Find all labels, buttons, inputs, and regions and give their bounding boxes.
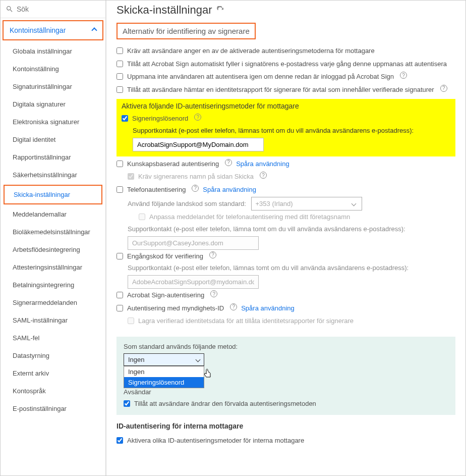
checkbox <box>128 173 134 180</box>
opt-sublabel: Anpassa meddelandet för telefonautentise… <box>149 212 350 222</box>
nav-item[interactable]: Signerarmeddelanden <box>1 294 105 311</box>
opt-label: Tillåt att avsändare hämtar en identitet… <box>127 85 434 95</box>
opt-skip-reauth: Uppmana inte användaren att autentisera … <box>116 70 455 83</box>
nav-item[interactable]: SAML-inställningar <box>1 311 105 329</box>
nav-item[interactable]: Globala inställningar <box>1 42 105 60</box>
nav-item[interactable]: Elektroniska signaturer <box>1 113 105 131</box>
info-icon[interactable]: ? <box>260 172 267 179</box>
nav-section-label: Kontoinställningar <box>10 26 66 34</box>
opt-asauth: Acrobat Sign-autentisering ? <box>116 289 455 302</box>
pwd-support-block: Supportkontakt (e-post eller telefon, lä… <box>122 127 450 151</box>
opt-identity-report: Tillåt att avsändare hämtar en identitet… <box>116 83 455 96</box>
info-icon[interactable]: ? <box>192 185 199 192</box>
country-label: Använd följande landskod som standard: <box>128 200 246 207</box>
opt-label: Tillåt att Acrobat Sign automatiskt fyll… <box>127 59 447 69</box>
opt-otp: Engångskod för verifiering ? <box>116 250 455 263</box>
nav-item[interactable]: Säkerhetsinställningar <box>1 166 105 184</box>
opt-label: Telefonautentisering <box>127 185 186 195</box>
search-box[interactable] <box>1 1 105 18</box>
page-title-text: Skicka-inställningar <box>116 4 212 17</box>
dropdown-option[interactable]: Ingen <box>124 366 204 377</box>
checkbox <box>128 318 134 324</box>
opt-autofill: Tillåt att Acrobat Sign automatiskt fyll… <box>116 58 455 71</box>
opt-label: Uppmana inte användaren att autentisera … <box>127 72 394 82</box>
opt-label: Acrobat Sign-autentisering <box>127 290 204 300</box>
chevron-down-icon <box>351 201 356 206</box>
nav-item[interactable]: Betalningsintegrering <box>1 276 105 294</box>
nav-item[interactable]: Meddelandemallar <box>1 205 105 223</box>
opt-phone-customize: Anpassa meddelandet för telefonautentise… <box>116 210 455 224</box>
opt-sublabel: Kräv signerarens namn på sidan Skicka <box>138 172 254 182</box>
nav-item[interactable]: Signaturinställningar <box>1 78 105 95</box>
dropdown-option[interactable]: Signeringslösenord <box>124 377 204 388</box>
opt-label: Signeringslösenord <box>132 114 188 124</box>
support-contact-label: Supportkontakt (e-post eller telefon, lä… <box>133 127 450 134</box>
phone-support-block: Supportkontakt (e-post eller telefon, lä… <box>116 225 455 250</box>
support-contact-input[interactable] <box>133 138 264 151</box>
refresh-icon[interactable] <box>216 6 224 14</box>
info-icon[interactable]: ? <box>440 85 447 92</box>
opt-internal-enable: Aktivera olika ID-autentiseringsmetoder … <box>116 434 455 447</box>
opt-gov-id: Autentisering med myndighets-ID ? Spåra … <box>116 302 455 315</box>
nav-item[interactable]: Kontoinställning <box>1 60 105 78</box>
checkbox[interactable] <box>122 115 128 122</box>
nav-item[interactable]: Rapportinställningar <box>1 148 105 166</box>
checkbox[interactable] <box>116 186 123 193</box>
main-content: Skicka-inställningar Alternativ för iden… <box>106 1 465 475</box>
info-icon[interactable]: ? <box>209 251 216 258</box>
opt-kba: Kunskapsbaserad autentisering ? Spåra an… <box>116 157 455 171</box>
nav-item[interactable]: Digital identitet <box>1 131 105 148</box>
track-usage-link[interactable]: Spåra användning <box>203 185 256 195</box>
info-icon[interactable]: ? <box>225 159 232 166</box>
nav-item[interactable]: SAML-fel <box>1 329 105 347</box>
nav-item[interactable]: Arbetsflödesintegrering <box>1 241 105 258</box>
info-icon[interactable]: ? <box>400 72 407 79</box>
nav-item[interactable]: Attesteringsinställningar <box>1 258 105 276</box>
opt-allow-sender-change: Tillåt att avsändare ändrar den förvalda… <box>124 397 448 410</box>
info-icon[interactable]: ? <box>230 303 237 310</box>
selected-value: Ingen <box>128 356 145 363</box>
highlighted-section: Aktivera följande ID-autentiseringsmetod… <box>116 99 455 156</box>
dropdown-options: Ingen Signeringslösenord <box>124 366 204 388</box>
checkbox[interactable] <box>116 292 123 298</box>
nav-item[interactable]: Bioläkemedelsinställningar <box>1 223 105 241</box>
opt-label: Kräv att avsändare anger en av de aktive… <box>127 46 375 56</box>
cursor-hand-icon <box>202 368 214 382</box>
nav-section-header[interactable]: Kontoinställningar <box>3 20 103 40</box>
track-usage-link[interactable]: Spåra användning <box>236 159 289 169</box>
checkbox[interactable] <box>116 61 123 67</box>
chevron-down-icon <box>196 357 201 362</box>
checkbox[interactable] <box>116 305 123 311</box>
checkbox[interactable] <box>116 437 123 444</box>
opt-gov-sub: Lagra verifierad identitetsdata för att … <box>116 314 455 328</box>
checkbox[interactable] <box>116 253 123 259</box>
search-input[interactable] <box>17 5 100 13</box>
country-value: +353 (Irland) <box>256 200 293 207</box>
track-usage-link[interactable]: Spåra användning <box>241 303 295 313</box>
nav-item[interactable]: Datastyrning <box>1 347 105 364</box>
sidebar: Kontoinställningar Globala inställningar… <box>1 1 106 475</box>
country-select[interactable]: +353 (Irland) <box>251 197 362 210</box>
checkbox[interactable] <box>116 47 123 54</box>
nav-item[interactable]: Externt arkiv <box>1 364 105 382</box>
default-method-label: Som standard används följande metod: <box>124 343 448 350</box>
section-title: Alternativ för identifiering av signerar… <box>116 23 256 39</box>
nav-item[interactable]: E-postinställningar <box>1 400 105 417</box>
opt-sublabel: Lagra verifierad identitetsdata för att … <box>138 316 354 326</box>
info-icon[interactable]: ? <box>210 290 217 297</box>
opt-phone: Telefonautentisering ? Spåra användning <box>116 183 455 196</box>
nav-item[interactable]: Kontospråk <box>1 382 105 400</box>
info-icon[interactable]: ? <box>194 114 201 121</box>
nav-item-active[interactable]: Skicka-inställningar <box>4 185 102 204</box>
support-contact-label: Supportkontakt (e-post eller telefon, lä… <box>128 225 455 233</box>
nav-item[interactable]: Digitala signaturer <box>1 95 105 113</box>
checkbox[interactable] <box>116 73 123 80</box>
checkbox[interactable] <box>116 161 123 167</box>
default-method-select[interactable]: Ingen Ingen Signeringslösenord <box>124 353 204 366</box>
sender-settings-partial: Avsändar <box>124 388 448 396</box>
internal-heading: ID-autentisering för interna mottagare <box>116 422 455 430</box>
opt-require-sender: Kräv att avsändare anger en av de aktive… <box>116 44 455 58</box>
checkbox[interactable] <box>124 400 130 407</box>
checkbox[interactable] <box>116 86 123 93</box>
opt-label: Autentisering med myndighets-ID <box>127 303 224 313</box>
